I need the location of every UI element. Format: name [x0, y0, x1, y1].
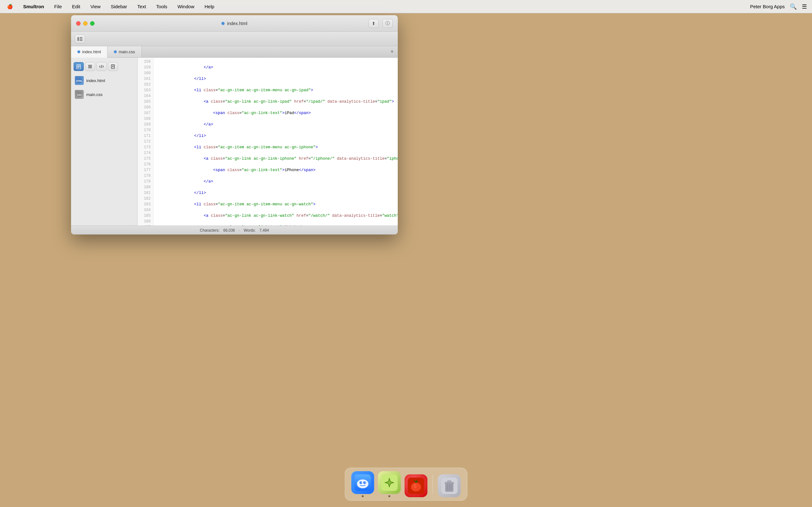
- svg-rect-9: [88, 66, 92, 67]
- svg-rect-14: [112, 66, 114, 67]
- traffic-lights: [76, 21, 95, 26]
- view-bookmarks-button[interactable]: [108, 62, 118, 71]
- apple-menu[interactable]: 🍎: [5, 3, 15, 10]
- tomato-icon: [405, 474, 427, 497]
- close-button[interactable]: [76, 21, 81, 26]
- menu-sidebar[interactable]: Sidebar: [109, 3, 129, 10]
- dock: [345, 468, 467, 501]
- code-editor: 158 159 160 161 162 163 164 165 166 167 …: [138, 58, 398, 226]
- app-menu-smultron[interactable]: Smultron: [21, 3, 46, 10]
- sidebar: HTML index.html CSS main.css: [71, 58, 138, 226]
- svg-point-20: [357, 480, 368, 488]
- menubar-right: Peter Borg Apps 🔍 ☰: [750, 3, 807, 10]
- search-icon[interactable]: 🔍: [790, 3, 797, 10]
- characters-label: Characters:: [200, 228, 219, 233]
- svg-rect-1: [80, 37, 83, 38]
- tab-main-css[interactable]: main.css: [107, 46, 142, 57]
- words-label: Words:: [244, 228, 256, 233]
- sidebar-filename-css: main.css: [86, 92, 102, 97]
- svg-text:CSS: CSS: [77, 94, 82, 96]
- tabbar: index.html main.css +: [71, 46, 398, 58]
- menu-edit[interactable]: Edit: [70, 3, 82, 10]
- line-numbers: 158 159 160 161 162 163 164 165 166 167 …: [138, 58, 154, 226]
- dock-item-tomato[interactable]: [405, 474, 427, 497]
- dock-item-smultron[interactable]: [378, 471, 401, 497]
- maximize-button[interactable]: [90, 21, 95, 26]
- view-symbols-button[interactable]: [96, 62, 107, 71]
- dock-item-finder[interactable]: [351, 471, 374, 497]
- add-tab-button[interactable]: +: [386, 46, 398, 57]
- svg-point-24: [364, 482, 365, 483]
- titlebar-actions: ⬆ ⓘ: [368, 19, 393, 28]
- sidebar-toggle-button[interactable]: [75, 35, 85, 43]
- window-title: index.html: [221, 21, 247, 26]
- app-window: index.html ⬆ ⓘ index.html main.css +: [71, 15, 398, 234]
- svg-text:HTML: HTML: [76, 80, 83, 82]
- list-icon[interactable]: ☰: [802, 3, 807, 10]
- editor-content[interactable]: 158 159 160 161 162 163 164 165 166 167 …: [138, 58, 398, 226]
- html-file-icon: HTML: [75, 76, 84, 85]
- svg-line-11: [101, 65, 102, 68]
- finder-icon: [351, 471, 374, 494]
- svg-point-28: [414, 484, 417, 488]
- svg-rect-10: [88, 67, 92, 68]
- toolbar: [71, 32, 398, 46]
- svg-rect-32: [448, 481, 451, 483]
- titlebar: index.html ⬆ ⓘ: [71, 15, 398, 32]
- menu-window[interactable]: Window: [175, 3, 196, 10]
- view-files-button[interactable]: [73, 62, 84, 71]
- sidebar-file-css[interactable]: CSS main.css: [71, 88, 137, 101]
- svg-rect-2: [80, 38, 83, 39]
- dock-divider: [433, 475, 433, 494]
- smultron-app-icon: [378, 471, 401, 494]
- tab-label-css: main.css: [119, 49, 135, 54]
- svg-point-23: [361, 482, 362, 483]
- svg-rect-7: [78, 67, 79, 68]
- svg-rect-0: [78, 37, 79, 41]
- info-button[interactable]: ⓘ: [383, 19, 393, 28]
- menubar: 🍎 Smultron File Edit View Sidebar Text T…: [0, 0, 812, 13]
- trash-icon: [438, 474, 461, 497]
- menu-view[interactable]: View: [89, 3, 102, 10]
- sidebar-filename-index: index.html: [86, 78, 105, 83]
- tab-dot-index: [78, 50, 80, 53]
- svg-rect-5: [78, 66, 80, 66]
- menu-help[interactable]: Help: [203, 3, 216, 10]
- finder-dot: [362, 495, 364, 497]
- menu-file[interactable]: File: [52, 3, 64, 10]
- tab-index-html[interactable]: index.html: [71, 46, 107, 58]
- sidebar-file-index[interactable]: HTML index.html: [71, 74, 137, 87]
- user-name: Peter Borg Apps: [750, 4, 785, 9]
- tab-dot-css: [114, 50, 117, 53]
- characters-value: 66,036: [223, 228, 235, 233]
- menu-tools[interactable]: Tools: [154, 3, 169, 10]
- svg-rect-13: [112, 66, 114, 66]
- main-content: HTML index.html CSS main.css 158: [71, 58, 398, 226]
- tab-label-index: index.html: [82, 49, 101, 54]
- view-buttons: [71, 60, 137, 73]
- smultron-dot: [389, 495, 391, 497]
- svg-rect-8: [88, 65, 92, 66]
- minimize-button[interactable]: [83, 21, 88, 26]
- title-dot: [221, 22, 224, 25]
- window-title-text: index.html: [227, 21, 247, 26]
- words-value: 7,494: [259, 228, 269, 233]
- share-button[interactable]: ⬆: [368, 19, 379, 28]
- svg-rect-6: [78, 66, 80, 67]
- view-list-button[interactable]: [85, 62, 95, 71]
- status-separator: ·: [239, 228, 240, 233]
- dock-item-trash[interactable]: [438, 474, 461, 497]
- css-file-icon: CSS: [75, 90, 84, 99]
- svg-rect-3: [80, 40, 83, 41]
- menu-text[interactable]: Text: [136, 3, 148, 10]
- code-text[interactable]: </a> </li> <li class="ac-gn-item ac-gn-i…: [154, 58, 398, 226]
- statusbar: Characters: 66,036 · Words: 7,494: [71, 226, 398, 234]
